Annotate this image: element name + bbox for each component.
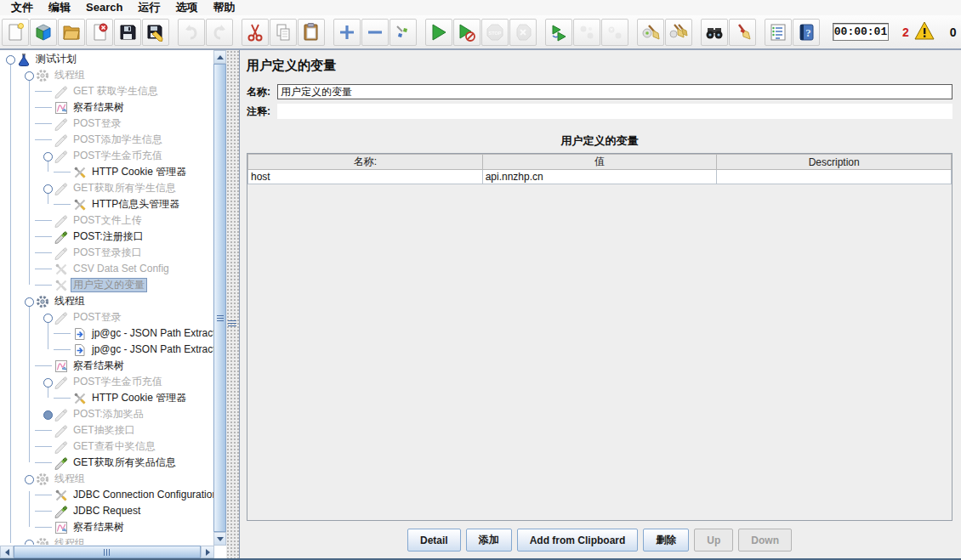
- tree-item[interactable]: GET获取所有学生信息: [0, 180, 213, 196]
- scroll-right-button[interactable]: [201, 546, 214, 558]
- clear-all-button[interactable]: [665, 19, 692, 46]
- comments-input[interactable]: [277, 104, 952, 119]
- tree-toggle-expanded-icon[interactable]: [24, 67, 34, 83]
- tree-item[interactable]: 察看结果树: [0, 519, 213, 535]
- scroll-up-button[interactable]: [213, 50, 226, 64]
- toggle-button[interactable]: [390, 19, 417, 46]
- tree-item[interactable]: POST文件上传: [0, 212, 213, 229]
- table-cell[interactable]: host: [248, 170, 483, 184]
- tree-item[interactable]: 察看结果树: [0, 358, 213, 374]
- new-button[interactable]: [2, 19, 29, 46]
- tree-connector: [43, 277, 53, 293]
- sampler-icon: [54, 214, 68, 228]
- tree-item[interactable]: 线程组: [0, 67, 213, 83]
- save-icon: [117, 22, 138, 42]
- tree-toggle-expanded-icon[interactable]: [24, 535, 34, 545]
- tree-item[interactable]: POST:注册接口: [0, 229, 213, 245]
- collapse-all-button[interactable]: [361, 19, 389, 46]
- tree-toggle-collapsed-icon[interactable]: [43, 406, 53, 422]
- scroll-down-button[interactable]: [213, 532, 226, 546]
- tree-item[interactable]: POST学生金币充值: [0, 148, 213, 164]
- tree-vertical-scrollbar[interactable]: [213, 50, 226, 546]
- tree-toggle-expanded-icon[interactable]: [24, 293, 34, 309]
- vertical-scroll-thumb[interactable]: [213, 64, 226, 532]
- table-cell[interactable]: api.nnzhp.cn: [482, 170, 717, 184]
- menu-item-5[interactable]: 帮助: [205, 0, 242, 15]
- config-icon: [54, 279, 68, 292]
- tree-toggle-expanded-icon[interactable]: [43, 309, 53, 325]
- expand-all-button[interactable]: [333, 19, 361, 46]
- start-no-timers-button[interactable]: [453, 19, 480, 46]
- templates-button[interactable]: [30, 19, 57, 46]
- menu-item-0[interactable]: 文件: [3, 0, 41, 15]
- close-file-icon: [89, 22, 110, 42]
- tree-item[interactable]: jp@gc - JSON Path Extractor: [0, 325, 213, 342]
- tree-item[interactable]: GET抽奖接口: [0, 422, 213, 438]
- tree-item[interactable]: GET查看中奖信息: [0, 438, 213, 455]
- close-button[interactable]: [86, 19, 113, 46]
- test-plan-icon: [17, 53, 31, 66]
- tree-toggle-expanded-icon[interactable]: [5, 51, 15, 67]
- tree-item[interactable]: POST添加学生信息: [0, 132, 213, 148]
- search-button[interactable]: [701, 19, 728, 46]
- open-button[interactable]: [58, 19, 85, 46]
- cut-button[interactable]: [242, 19, 269, 46]
- remote-start-all-button[interactable]: [545, 19, 572, 46]
- add-button[interactable]: 添加: [466, 529, 512, 552]
- tree-item[interactable]: POST:添加奖品: [0, 406, 213, 422]
- tree-item[interactable]: POST登录接口: [0, 245, 213, 261]
- scroll-left-button[interactable]: [0, 546, 14, 558]
- remote-shutdown-all-button: [601, 19, 628, 46]
- copy-button[interactable]: [270, 19, 297, 46]
- menu-item-3[interactable]: 运行: [130, 0, 168, 15]
- clear-button[interactable]: [637, 19, 664, 46]
- table-cell[interactable]: [717, 170, 952, 184]
- start-button[interactable]: [425, 19, 452, 46]
- toggle-icon: [393, 22, 413, 42]
- tree-item[interactable]: HTTP Cookie 管理器: [0, 390, 213, 406]
- function-helper-button[interactable]: [765, 19, 792, 46]
- tree-connector: [43, 99, 53, 116]
- tree-item[interactable]: POST登录: [0, 309, 213, 325]
- tree-item[interactable]: 察看结果树: [0, 99, 213, 116]
- detail-button[interactable]: Detail: [407, 529, 461, 552]
- tree-item[interactable]: POST学生金币充值: [0, 374, 213, 390]
- tree-toggle-expanded-icon[interactable]: [43, 148, 53, 164]
- tree-item[interactable]: jp@gc - JSON Path Extractor: [0, 342, 213, 358]
- name-input[interactable]: [277, 84, 952, 99]
- tree-item[interactable]: GET 获取学生信息: [0, 83, 213, 99]
- add-from-clipboard-button[interactable]: Add from Clipboard: [517, 529, 639, 552]
- horizontal-scroll-thumb[interactable]: [14, 546, 201, 558]
- save-button[interactable]: [114, 19, 141, 46]
- tree-horizontal-scrollbar[interactable]: [0, 546, 214, 558]
- sampler-icon: [54, 85, 68, 99]
- delete-button[interactable]: 删除: [643, 529, 689, 552]
- help-button[interactable]: ?: [793, 19, 820, 46]
- tree-item[interactable]: POST登录: [0, 116, 213, 132]
- tree-item[interactable]: HTTP Cookie 管理器: [0, 164, 213, 180]
- tree-item-label: 线程组: [53, 69, 87, 82]
- tree-item[interactable]: CSV Data Set Config: [0, 261, 213, 277]
- menu-item-4[interactable]: 选项: [168, 0, 205, 15]
- paste-button[interactable]: [298, 19, 325, 46]
- tree-item[interactable]: GET获取所有奖品信息: [0, 455, 213, 471]
- thread-group-icon: [36, 295, 49, 308]
- tree-item[interactable]: JDBC Request: [0, 503, 213, 519]
- menu-item-1[interactable]: 编辑: [41, 0, 78, 15]
- save-as-button[interactable]: [142, 19, 169, 46]
- tree-toggle-expanded-icon[interactable]: [24, 471, 34, 487]
- tree-item-label: HTTP Cookie 管理器: [90, 166, 188, 178]
- log-errors-indicator[interactable]: 20: [902, 21, 957, 43]
- tree-toggle-expanded-icon[interactable]: [43, 180, 53, 196]
- tree-item[interactable]: HTTP信息头管理器: [0, 196, 213, 212]
- search-reset-button[interactable]: [729, 19, 756, 46]
- tree-toggle-expanded-icon[interactable]: [43, 374, 53, 390]
- tree-item[interactable]: 线程组: [0, 535, 213, 545]
- tree-item[interactable]: 用户定义的变量: [0, 277, 213, 293]
- tree-item[interactable]: 线程组: [0, 293, 213, 309]
- tree-item[interactable]: 线程组: [0, 471, 213, 487]
- tree-item[interactable]: 测试计划: [0, 51, 213, 67]
- tree-item[interactable]: JDBC Connection Configuration: [0, 487, 213, 503]
- split-pane-divider[interactable]: [226, 50, 239, 558]
- menu-item-2[interactable]: Search: [78, 0, 130, 15]
